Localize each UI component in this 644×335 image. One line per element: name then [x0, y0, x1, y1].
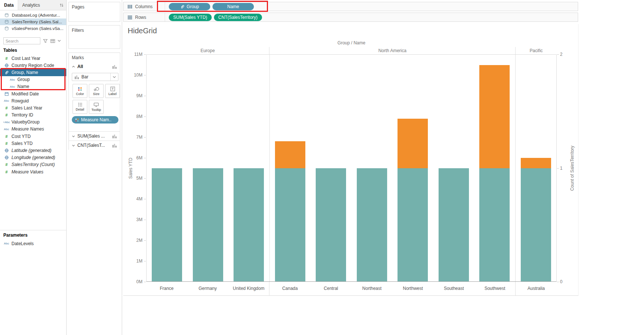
- field-longitude-generated[interactable]: Longitude (generated): [0, 154, 66, 161]
- category-label-united-kingdom[interactable]: United Kingdom: [228, 282, 269, 296]
- tab-data[interactable]: Data: [0, 0, 18, 10]
- filter-funnel-icon[interactable]: [43, 39, 48, 43]
- search-row: [0, 37, 66, 44]
- right-axis-tick-label: 1: [560, 166, 563, 171]
- left-axis-tick-label: 4M: [136, 196, 142, 202]
- bar-chart-icon: [74, 75, 79, 79]
- category-label-northwest[interactable]: Northwest: [392, 282, 433, 296]
- field-label: Latitude (generated): [11, 148, 51, 153]
- category-label-northeast[interactable]: Northeast: [352, 282, 393, 296]
- swap-panes-icon[interactable]: [60, 0, 66, 10]
- data-source-list: DatabaseLog (Adventur...SalesTerritory (…: [0, 12, 66, 32]
- category-label-central[interactable]: Central: [311, 282, 352, 296]
- field-group[interactable]: AbcGroup: [0, 76, 66, 83]
- count-bar-australia[interactable]: [521, 168, 551, 282]
- left-axis-tick-label: 3M: [136, 217, 142, 222]
- data-source-vsalesperson-sales-vsa[interactable]: vSalesPerson (Sales.vSa...: [0, 25, 66, 32]
- right-axis-tick-label: 2: [560, 52, 563, 57]
- category-label-australia[interactable]: Australia: [516, 282, 557, 296]
- marks-label: Marks: [69, 53, 120, 60]
- columns-icon: [127, 4, 133, 9]
- field-territory-id[interactable]: #Territory ID: [0, 112, 66, 119]
- count-bar-france[interactable]: [152, 168, 182, 282]
- data-source-salesterritory-sales-sal[interactable]: SalesTerritory (Sales.Sal...: [0, 18, 66, 25]
- size-button[interactable]: Size: [89, 84, 104, 98]
- count-bar-united-kingdom[interactable]: [234, 168, 264, 282]
- search-input[interactable]: [3, 37, 40, 44]
- field-measure-names[interactable]: AbcMeasure Names: [0, 126, 66, 133]
- mark-type-dropdown[interactable]: Bar: [72, 73, 118, 81]
- pill-cnt-salesterritory[interactable]: CNT(SalesTerritory): [214, 14, 262, 21]
- category-label-canada[interactable]: Canada: [269, 282, 311, 296]
- fields-list: #Cost Last YearCountry Region CodeGroup,…: [0, 55, 66, 175]
- count-bar-northwest[interactable]: [398, 168, 428, 282]
- pane-header-europe[interactable]: Europe: [146, 47, 269, 54]
- database-icon: [3, 26, 10, 31]
- count-bar-northeast[interactable]: [357, 168, 387, 282]
- field-country-region-code[interactable]: Country Region Code: [0, 62, 66, 69]
- tab-analytics[interactable]: Analytics: [18, 0, 60, 10]
- field-latitude-generated[interactable]: Latitude (generated): [0, 147, 66, 154]
- category-pane-north-america: CanadaCentralNortheastNorthwestSoutheast…: [269, 282, 516, 296]
- pill-group[interactable]: Group: [169, 3, 210, 10]
- chevron-down-icon[interactable]: [58, 40, 61, 42]
- marks-card: Marks All Bar Color: [68, 53, 120, 150]
- rows-shelf[interactable]: Rows SUM(Sales YTD)CNT(SalesTerritory): [123, 13, 578, 22]
- view-as-grid-icon[interactable]: [50, 39, 55, 43]
- marks-all-label: All: [77, 64, 83, 69]
- pill-sum-sales-ytd[interactable]: SUM(Sales YTD): [169, 14, 212, 21]
- count-bar-southeast[interactable]: [439, 168, 469, 282]
- field-label: Measure Names: [11, 126, 44, 132]
- bar-slot-united-kingdom: [228, 55, 269, 281]
- tick-mark: [144, 116, 146, 117]
- left-axis: 0M1M2M3M4M5M6M7M8M9M10M11M: [123, 54, 146, 282]
- count-bar-southwest[interactable]: [479, 168, 510, 282]
- field-measure-values[interactable]: #Measure Values: [0, 168, 66, 175]
- pages-shelf[interactable]: Pages: [68, 2, 120, 22]
- count-bar-canada[interactable]: [275, 168, 305, 282]
- tick-mark: [144, 199, 146, 199]
- field-modified-date[interactable]: Modified Date: [0, 90, 66, 97]
- color-button[interactable]: Color: [73, 84, 87, 98]
- field-group-name[interactable]: Group, Name: [0, 69, 66, 76]
- field-rowguid[interactable]: AbcRowguid: [0, 97, 66, 104]
- field-label: DateLevels: [11, 241, 34, 246]
- label-button[interactable]: Label: [105, 84, 120, 98]
- category-label-southwest[interactable]: Southwest: [474, 282, 516, 296]
- rows-pills: SUM(Sales YTD)CNT(SalesTerritory): [165, 14, 262, 21]
- tick-mark: [144, 137, 146, 138]
- pane-headers: EuropeNorth AmericaPacific: [146, 47, 557, 54]
- field-sales-ytd[interactable]: #Sales YTD: [0, 140, 66, 147]
- left-axis-tick-label: 1M: [136, 258, 142, 264]
- count-bar-central[interactable]: [316, 168, 346, 282]
- eq-abc-icon: =Abc: [3, 121, 10, 124]
- detail-button[interactable]: Detail: [73, 100, 87, 114]
- field-valuebygroup[interactable]: =AbcValuebyGroup: [0, 119, 66, 126]
- abc-icon: Abc: [3, 128, 10, 131]
- field-name[interactable]: AbcName: [0, 83, 66, 90]
- marks-all-row[interactable]: All: [69, 63, 120, 70]
- field-datelevels[interactable]: AbcDateLevels: [0, 240, 66, 247]
- category-pane-pacific: Australia: [516, 282, 557, 296]
- chevron-up-icon: [72, 65, 75, 68]
- marks-section-sum-sales[interactable]: SUM(Sales ...: [69, 131, 120, 141]
- marks-section-cnt-salesterritory[interactable]: CNT(SalesT...: [69, 141, 120, 150]
- pane-header-north-america[interactable]: North America: [269, 47, 516, 54]
- abc-icon: Abc: [3, 242, 10, 245]
- count-bar-germany[interactable]: [193, 168, 223, 282]
- data-source-databaselog-adventur[interactable]: DatabaseLog (Adventur...: [0, 12, 66, 18]
- field-sales-last-year[interactable]: #Sales Last Year: [0, 104, 66, 111]
- filters-shelf[interactable]: Filters: [68, 25, 120, 49]
- tick-mark: [144, 261, 146, 261]
- pane-header-pacific[interactable]: Pacific: [516, 47, 557, 54]
- category-label-germany[interactable]: Germany: [187, 282, 228, 296]
- field-cost-last-year[interactable]: #Cost Last Year: [0, 55, 66, 62]
- pill-name[interactable]: Name: [212, 3, 254, 10]
- tooltip-button[interactable]: Tooltip: [89, 100, 104, 114]
- measure-names-pill[interactable]: Measure Nam..: [72, 116, 118, 123]
- field-salesterritory-count[interactable]: #SalesTerritory (Count): [0, 161, 66, 168]
- category-label-france[interactable]: France: [146, 282, 187, 296]
- field-cost-ytd[interactable]: #Cost YTD: [0, 133, 66, 140]
- category-label-southeast[interactable]: Southeast: [433, 282, 474, 296]
- columns-shelf[interactable]: Columns GroupName: [123, 2, 578, 11]
